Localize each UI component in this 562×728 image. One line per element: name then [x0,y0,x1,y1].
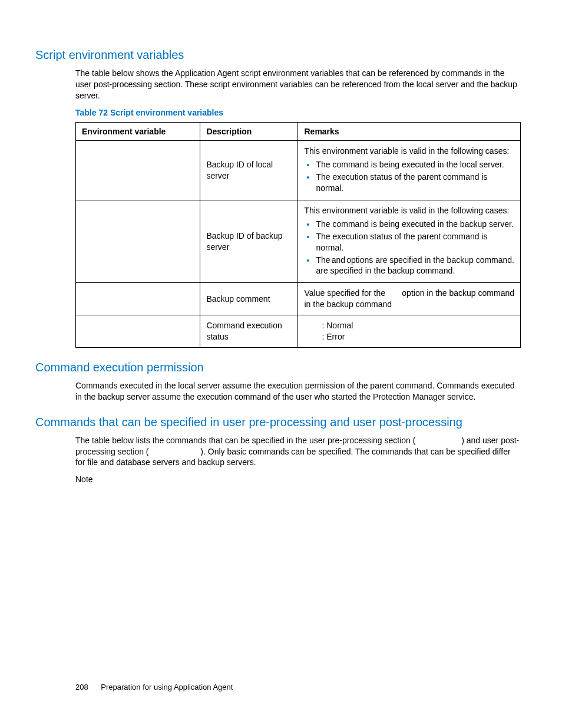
cell-remarks: This environment variable is valid in th… [298,200,521,283]
bullet-item: The command is being executed in the bac… [316,219,514,230]
th-description: Description [200,122,298,141]
cell-remarks: Value specified for the option in the ba… [298,283,521,315]
bullet-item: The command is being executed in the loc… [316,159,514,170]
table-caption: Table 72 Script environment variables [75,107,521,118]
th-remarks: Remarks [298,122,521,141]
cmds-pre-post-body: The table below lists the commands that … [75,435,521,469]
page-footer: 208 Preparation for using Application Ag… [75,682,233,693]
table-row: Backup comment Value specified for the o… [76,283,521,315]
table-row: Command execution status : Normal : Erro… [76,315,521,348]
cell-desc: Backup ID of local server [200,141,298,200]
cell-remarks: : Normal : Error [298,315,521,348]
table-header-row: Environment variable Description Remarks [76,122,521,141]
table-row: Backup ID of backup server This environm… [76,200,521,283]
table-row: Backup ID of local server This environme… [76,141,521,200]
footer-title: Preparation for using Application Agent [101,683,233,691]
remarks-intro: This environment variable is valid in th… [304,146,509,156]
intro-paragraph: The table below shows the Application Ag… [75,68,521,101]
cell-desc: Command execution status [200,315,298,348]
cell-desc: Backup comment [200,283,298,315]
th-env-var: Environment variable [76,122,200,141]
bullet-item: The execution status of the parent comma… [316,172,514,194]
cell-desc: Backup ID of backup server [200,200,298,283]
bullet-item: The and options are specified in the bac… [316,255,514,277]
remarks-intro: This environment variable is valid in th… [304,206,509,215]
heading-script-env-vars: Script environment variables [35,47,521,63]
page-number: 208 [75,683,88,691]
note-label: Note [75,474,521,485]
cell-remarks: This environment variable is valid in th… [298,141,521,200]
bullet-item: The execution status of the parent comma… [316,231,514,253]
heading-cmds-pre-post: Commands that can be specified in user p… [35,414,521,430]
env-var-table: Environment variable Description Remarks… [75,122,521,348]
cmd-exec-perm-body: Commands executed in the local server as… [75,380,521,403]
heading-cmd-exec-perm: Command execution permission [35,360,521,375]
